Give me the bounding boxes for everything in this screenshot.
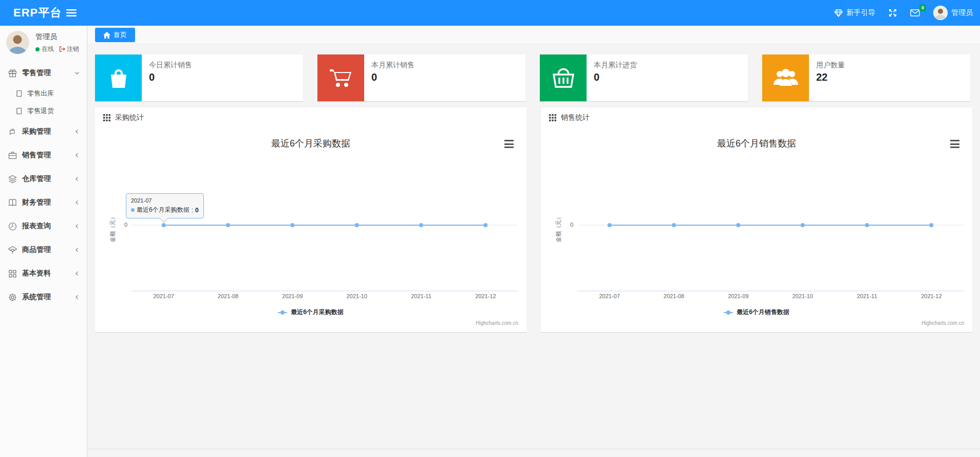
- gift-icon: [8, 69, 17, 78]
- main-content: 首页 今日累计销售 0 本月累计销售 0: [88, 26, 980, 457]
- top-navbar: ERP平台 新手引导 0 管理员: [0, 0, 980, 26]
- legend-item[interactable]: 最近6个月销售数据: [541, 308, 972, 317]
- stat-value: 0: [371, 71, 414, 83]
- y-axis-tick: 0: [108, 222, 127, 228]
- online-status-icon: [35, 47, 40, 51]
- sidebar-item-label: 基本资料: [22, 269, 51, 278]
- legend-item[interactable]: 最近6个月采购数据: [95, 308, 526, 317]
- fullscreen-button[interactable]: [889, 9, 897, 17]
- sidebar-item-goods[interactable]: 商品管理: [0, 238, 87, 262]
- sidebar-item-finance[interactable]: 财务管理: [0, 191, 87, 214]
- stat-card-month-sales[interactable]: 本月累计销售 0: [317, 54, 525, 101]
- stat-card-today-sales[interactable]: 今日累计销售 0: [95, 54, 303, 101]
- y-axis-title: 金额（元）: [555, 200, 562, 257]
- sidebar-item-retail-return[interactable]: 零售退货: [0, 102, 87, 120]
- stat-value: 22: [816, 71, 845, 83]
- chevron-left-icon: [74, 295, 80, 300]
- y-axis-title: 金额（元）: [109, 200, 116, 257]
- stat-cards-row: 今日累计销售 0 本月累计销售 0 本月累计进货 0: [95, 54, 973, 101]
- tooltip-series: 最近6个月采购数据: [137, 206, 190, 214]
- logout-link[interactable]: 注销: [59, 45, 79, 53]
- chevron-left-icon: [74, 153, 80, 158]
- stat-value: 0: [594, 71, 637, 83]
- purchase-stats-panel: 采购统计 最近6个月采购数据 金额（元） 0 2021-07 最近6个月采购数据…: [95, 107, 526, 332]
- document-icon: [15, 107, 23, 115]
- gear-icon: [8, 293, 17, 302]
- panel-title: 采购统计: [115, 113, 144, 122]
- home-icon: [103, 32, 110, 39]
- messages-button[interactable]: 0: [910, 9, 920, 16]
- tab-home[interactable]: 首页: [95, 28, 135, 42]
- chevron-left-icon: [74, 129, 80, 134]
- stat-card-user-count[interactable]: 用户数量 22: [762, 54, 970, 101]
- chart-context-menu-button[interactable]: [504, 140, 514, 148]
- sidebar-item-reports[interactable]: 报表查询: [0, 214, 87, 238]
- layers-icon: [8, 175, 17, 184]
- chart-title: 最近6个月采购数据: [95, 137, 526, 150]
- chevron-left-icon: [74, 271, 80, 276]
- x-axis-tick-label: 2021-11: [401, 293, 442, 299]
- guide-label: 新手引导: [846, 8, 875, 17]
- user-label: 管理员: [951, 8, 973, 17]
- shopping-basket-icon: [540, 54, 587, 101]
- x-axis-tick-label: 2021-09: [718, 293, 759, 299]
- exchange-icon: [8, 127, 17, 136]
- content-bottom-divider: [88, 449, 980, 449]
- legend-label: 最近6个月销售数据: [737, 308, 789, 317]
- sidebar-item-purchase[interactable]: 采购管理: [0, 120, 87, 143]
- tab-bar: 首页: [88, 26, 980, 44]
- logout-icon: [59, 46, 65, 52]
- avatar: [933, 6, 948, 20]
- sidebar-user-name: 管理员: [35, 32, 79, 42]
- avatar: [6, 31, 29, 54]
- online-status-label: 在线: [42, 45, 54, 53]
- x-axis-tick-label: 2021-12: [465, 293, 506, 299]
- panel-header: 销售统计: [541, 107, 972, 128]
- brand-logo[interactable]: ERP平台: [13, 0, 62, 26]
- stat-value: 0: [149, 71, 192, 83]
- envelope-icon: [910, 9, 920, 16]
- x-axis-tick-label: 2021-09: [272, 293, 313, 299]
- user-menu[interactable]: 管理员: [933, 6, 973, 20]
- sidebar-item-warehouse[interactable]: 仓库管理: [0, 167, 87, 191]
- stat-card-month-purchase[interactable]: 本月累计进货 0: [540, 54, 748, 101]
- tooltip-value: 0: [195, 207, 199, 214]
- sidebar-item-label: 零售出库: [27, 89, 54, 98]
- x-axis-tick-label: 2021-10: [782, 293, 823, 299]
- chart-panels-row: 采购统计 最近6个月采购数据 金额（元） 0 2021-07 最近6个月采购数据…: [95, 107, 972, 332]
- chevron-down-icon: [74, 70, 80, 76]
- sidebar-item-label: 报表查询: [22, 222, 51, 231]
- document-icon: [15, 90, 23, 97]
- sidebar-item-label: 系统管理: [22, 293, 51, 302]
- x-axis-tick-label: 2021-12: [911, 293, 952, 299]
- legend-line-marker-icon: [724, 310, 733, 315]
- th-grid-icon: [549, 114, 556, 121]
- chart-context-menu-button[interactable]: [950, 140, 959, 148]
- series-bullet-icon: [131, 208, 135, 212]
- sidebar-item-basic-data[interactable]: 基本资料: [0, 262, 87, 285]
- sidebar-item-retail-outbound[interactable]: 零售出库: [0, 85, 87, 102]
- hamburger-icon: [66, 9, 77, 17]
- tooltip-header: 2021-07: [131, 197, 199, 204]
- sidebar-item-label: 商品管理: [22, 245, 51, 254]
- x-axis-tick-label: 2021-07: [143, 293, 184, 299]
- guide-button[interactable]: 新手引导: [834, 8, 875, 17]
- highcharts-credit-link[interactable]: Highcharts.com.cn: [921, 320, 964, 326]
- briefcase-icon: [8, 151, 17, 160]
- chevron-left-icon: [74, 247, 80, 252]
- sidebar-item-retail[interactable]: 零售管理: [0, 61, 87, 85]
- users-icon: [762, 54, 809, 101]
- stat-label: 本月累计进货: [594, 61, 637, 70]
- sidebar-item-sales[interactable]: 销售管理: [0, 143, 87, 167]
- shopping-bag-icon: [95, 54, 142, 101]
- th-grid-icon: [103, 114, 110, 121]
- x-axis-tick-label: 2021-11: [846, 293, 888, 299]
- panel-title: 销售统计: [561, 113, 590, 122]
- sidebar-toggle-button[interactable]: [65, 7, 78, 19]
- report-icon: [8, 222, 17, 231]
- highcharts-credit-link[interactable]: Highcharts.com.cn: [476, 320, 518, 326]
- shopping-cart-icon: [317, 54, 364, 101]
- sidebar-item-system[interactable]: 系统管理: [0, 285, 87, 309]
- stat-label: 今日累计销售: [149, 61, 192, 70]
- sidebar-user-panel: 管理员 在线 注销: [0, 26, 87, 59]
